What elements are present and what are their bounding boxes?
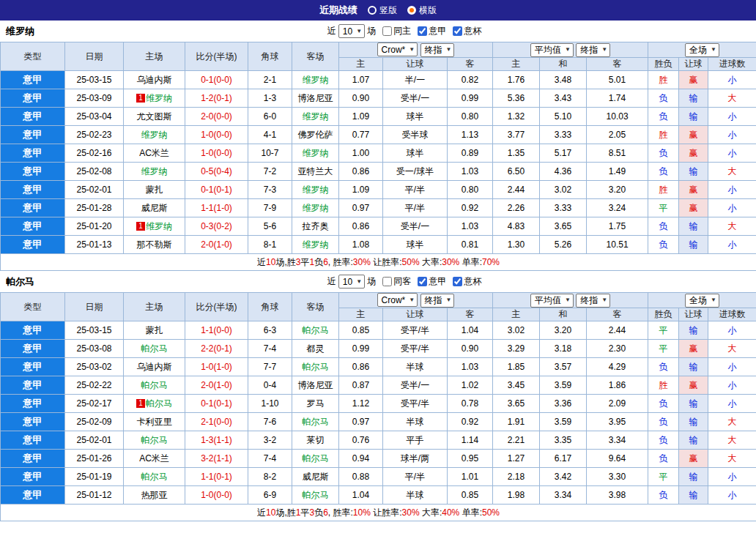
coppa-italia-checkbox[interactable] <box>453 26 462 36</box>
average-value: 平均值 <box>535 294 561 307</box>
date-cell: 25-02-17 <box>65 395 124 413</box>
scope-select[interactable]: 全场▼ <box>685 294 719 308</box>
league-cell: 意甲 <box>1 126 65 144</box>
league-cell: 意甲 <box>1 413 65 431</box>
match-row: 意甲25-02-171帕尔马0-1(0-1)1-10罗马1.12受平/半0.78… <box>1 395 756 413</box>
match-count-value: 10 <box>343 26 352 37</box>
summary-stat-value: 40% <box>442 507 459 518</box>
scope-select[interactable]: 全场▼ <box>685 43 719 57</box>
match-row: 意甲25-01-13那不勒斯2-0(1-0)8-1维罗纳1.08球半0.811.… <box>1 236 756 254</box>
filter-coppa-italia[interactable]: 意杯 <box>453 275 481 288</box>
odds-source-header: Crow*▼ 终指▼ <box>339 293 493 308</box>
avg-home-cell: 2.26 <box>493 199 540 217</box>
score-cell: 1-0(0-0) <box>185 486 248 505</box>
corner-cell: 7-4 <box>248 450 292 468</box>
away-team-cell: 维罗纳 <box>292 71 339 89</box>
match-count-select[interactable]: 10▼ <box>338 275 365 289</box>
score-cell: 1-0(0-0) <box>185 126 248 144</box>
match-row: 意甲25-01-19帕尔马1-1(0-1)8-2威尼斯0.88平/半1.012.… <box>1 468 756 486</box>
layout-option-horizontal[interactable]: 横版 <box>407 4 437 17</box>
summary-stat-value: 6 <box>323 507 328 518</box>
summary-stat-value: 10 <box>266 507 275 518</box>
col-header-odds-handicap: 让球 <box>383 308 448 321</box>
col-header-type: 类型 <box>1 293 65 321</box>
same-home-label: 同主 <box>393 25 411 37</box>
league-cell: 意甲 <box>1 486 65 505</box>
result-cell: 平 <box>648 340 679 358</box>
col-header-goals: 进球数 <box>708 308 756 321</box>
avg-draw-cell: 3.34 <box>540 486 587 505</box>
team-name: 蒙扎 <box>146 325 163 335</box>
team-name: 拉齐奥 <box>303 221 329 231</box>
corner-cell: 3-2 <box>248 431 292 450</box>
col-header-away: 客场 <box>292 293 339 321</box>
away-team-cell: 博洛尼亚 <box>292 376 339 395</box>
match-count-select[interactable]: 10▼ <box>338 24 365 38</box>
corner-cell: 6-3 <box>248 321 292 340</box>
summary-stat-value: 30% <box>442 257 459 267</box>
goals-cell: 小 <box>708 468 756 486</box>
score-cell: 2-0(1-0) <box>185 376 248 395</box>
final-odds-select-2[interactable]: 终指▼ <box>576 43 610 57</box>
filter-same-home[interactable]: 同主 <box>382 25 411 37</box>
odds-away-cell: 1.02 <box>448 376 493 395</box>
average-select[interactable]: 平均值▼ <box>530 43 574 57</box>
same-away-checkbox[interactable] <box>382 277 392 286</box>
league-cell: 意甲 <box>1 468 65 486</box>
final-odds-select[interactable]: 终指▼ <box>420 43 455 57</box>
bookmaker-select[interactable]: Crow*▼ <box>377 293 418 307</box>
handicap-result-cell: 输 <box>679 358 708 376</box>
odds-handicap-cell: 受平/半 <box>383 395 448 413</box>
average-select[interactable]: 平均值▼ <box>530 294 574 308</box>
final-odds-select-2[interactable]: 终指▼ <box>576 294 610 308</box>
away-team-cell: 罗马 <box>292 395 339 413</box>
avg-home-cell: 1.98 <box>493 486 540 505</box>
radio-vertical-icon[interactable] <box>368 6 377 15</box>
team-name: 帕尔马 <box>303 325 329 335</box>
avg-away-cell: 2.30 <box>587 340 648 358</box>
avg-home-cell: 6.50 <box>493 163 540 181</box>
summary-cell: 近10场,胜3平1负6, 胜率:30% 让胜率:50% 大率:30% 单率:70… <box>1 254 756 271</box>
result-cell: 负 <box>648 236 679 254</box>
avg-home-cell: 3.77 <box>493 126 540 144</box>
goals-cell: 小 <box>708 376 756 395</box>
result-cell: 胜 <box>648 181 679 199</box>
radio-horizontal-icon[interactable] <box>407 6 416 15</box>
avg-away-cell: 3.30 <box>587 468 648 486</box>
avg-home-cell: 3.02 <box>493 321 540 340</box>
chevron-down-icon: ▼ <box>409 47 415 53</box>
odds-away-cell: 0.85 <box>448 486 493 505</box>
avg-draw-cell: 3.35 <box>540 431 587 450</box>
layout-option-vertical[interactable]: 竖版 <box>368 4 397 17</box>
col-header-score: 比分(半场) <box>185 293 248 321</box>
chevron-down-icon: ▼ <box>409 297 415 303</box>
odds-handicap-cell: 平/半 <box>383 181 448 199</box>
serie-a-checkbox[interactable] <box>418 26 427 36</box>
avg-away-cell: 5.01 <box>587 71 648 89</box>
home-team-cell: 维罗纳 <box>124 163 185 181</box>
avg-draw-cell: 4.36 <box>540 163 587 181</box>
league-cell: 意甲 <box>1 181 65 199</box>
serie-a-checkbox[interactable] <box>418 277 427 286</box>
avg-home-cell: 4.83 <box>493 217 540 236</box>
coppa-italia-checkbox[interactable] <box>453 277 462 286</box>
filter-serie-a[interactable]: 意甲 <box>418 25 446 37</box>
layout-option-vertical-label: 竖版 <box>379 4 397 17</box>
coppa-italia-label: 意杯 <box>464 25 481 37</box>
score-cell: 1-1(1-0) <box>185 199 248 217</box>
final-odds-select[interactable]: 终指▼ <box>420 294 455 308</box>
team-name: 威尼斯 <box>303 472 329 482</box>
bookmaker-select[interactable]: Crow*▼ <box>377 42 418 56</box>
away-team-cell: 拉齐奥 <box>292 217 339 236</box>
team-name: 蒙扎 <box>146 185 163 195</box>
filter-coppa-italia[interactable]: 意杯 <box>453 25 481 37</box>
filter-serie-a[interactable]: 意甲 <box>418 275 446 288</box>
chevron-down-icon: ▼ <box>711 297 716 303</box>
goals-cell: 小 <box>708 181 756 199</box>
score-cell: 0-1(0-1) <box>185 181 248 199</box>
goals-cell: 大 <box>708 217 756 236</box>
same-home-checkbox[interactable] <box>382 26 392 36</box>
home-team-cell: 乌迪内斯 <box>124 71 185 89</box>
results-table-verona: 类型 日期 主场 比分(半场) 角球 客场 Crow*▼ 终指▼ 平均值▼ 终指… <box>0 42 756 271</box>
filter-same-away[interactable]: 同客 <box>382 275 411 288</box>
